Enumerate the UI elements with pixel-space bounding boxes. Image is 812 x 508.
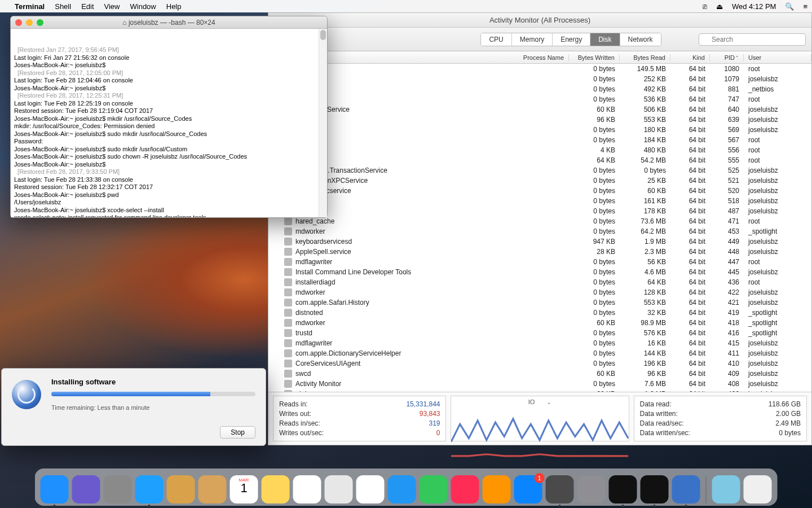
process-icon — [284, 227, 292, 235]
col-kind[interactable]: Kind — [670, 54, 710, 61]
table-row[interactable]: keyboardservicesd 947 KB 1.9 MB 64 bit 4… — [268, 237, 811, 247]
spotlight-icon[interactable]: 🔍 — [785, 2, 794, 11]
dock-trash[interactable] — [744, 475, 772, 503]
table-row[interactable]: mdworker 0 bytes 128 KB 64 bit 422 josel… — [268, 287, 811, 297]
dock-mail[interactable] — [167, 475, 195, 503]
table-row[interactable]: 96 KB 553 KB 64 bit 639 joseluisbz — [268, 115, 811, 125]
dock-sublime[interactable] — [546, 475, 574, 503]
table-row[interactable]: distnoted 0 bytes 32 KB 64 bit 419 _spot… — [268, 308, 811, 318]
tab-cpu[interactable]: CPU — [481, 33, 511, 46]
notification-center-icon[interactable]: ≡ — [803, 2, 807, 11]
process-table[interactable]: Process Name Bytes Written Bytes Read Ki… — [268, 51, 811, 392]
menu-window[interactable]: Window — [130, 2, 156, 11]
cell-bytes-read: 576 KB — [620, 329, 670, 337]
dock-finder[interactable] — [41, 475, 69, 503]
menu-edit[interactable]: Edit — [81, 2, 94, 11]
dock-maps[interactable] — [325, 475, 353, 503]
table-row[interactable]: trustd 0 bytes 576 KB 64 bit 416 _spotli… — [268, 328, 811, 338]
cell-bytes-read: 4.6 MB — [620, 268, 670, 276]
table-row[interactable]: installerdiagd 0 bytes 64 KB 64 bit 436 … — [268, 277, 811, 287]
table-row[interactable]: mdworker 0 bytes 64.2 MB 64 bit 453 _spo… — [268, 226, 811, 237]
dock-terminal[interactable] — [609, 475, 637, 503]
airplay-icon[interactable]: ⎚ — [703, 2, 707, 11]
table-row[interactable]: 0 bytes 252 KB 64 bit 1079 joseluisbz — [268, 74, 811, 84]
dock-messages[interactable] — [388, 475, 416, 503]
process-icon — [284, 278, 292, 286]
table-row[interactable]: swcd 60 KB 96 KB 64 bit 409 joseluisbz — [268, 369, 811, 379]
table-row[interactable]: AppleSpell.service 28 KB 2.3 MB 64 bit 4… — [268, 247, 811, 257]
table-row[interactable]: 0 bytes 161 KB 64 bit 518 joseluisbz — [268, 196, 811, 206]
dock-calendar[interactable]: MAR1 — [230, 475, 258, 503]
table-row[interactable]: Activity Monitor 0 bytes 7.6 MB 64 bit 4… — [268, 379, 811, 389]
terminal-scrollbar[interactable] — [319, 29, 327, 217]
col-user[interactable]: User — [744, 54, 811, 61]
dock-appstore[interactable]: 1 — [514, 475, 542, 503]
table-row[interactable]: CoreServicesUIAgent 0 bytes 196 KB 64 bi… — [268, 358, 811, 369]
process-name: distnoted — [295, 309, 323, 317]
io-graph[interactable]: IO ⌄ — [451, 396, 629, 441]
menu-shell[interactable]: Shell — [55, 2, 71, 11]
dock-siri[interactable] — [72, 475, 100, 503]
dock-launchpad[interactable] — [104, 475, 132, 503]
table-row[interactable]: 0 bytes 178 KB 64 bit 487 joseluisbz — [268, 206, 811, 216]
table-row[interactable]: 0 bytes 492 KB 64 bit 881 _netbios — [268, 84, 811, 94]
tab-memory[interactable]: Memory — [512, 33, 553, 46]
table-row[interactable]: hared_cache 0 bytes 73.6 MB 64 bit 471 r… — [268, 216, 811, 226]
table-header[interactable]: Process Name Bytes Written Bytes Read Ki… — [268, 51, 811, 64]
cell-user: joseluisbz — [744, 116, 811, 124]
dock-contacts[interactable] — [198, 475, 227, 503]
col-bytes-written[interactable]: Bytes Written — [569, 54, 620, 61]
search-input[interactable] — [699, 33, 806, 46]
table-row[interactable]: 0 bytes 536 KB 64 bit 747 root — [268, 94, 811, 104]
clock[interactable]: Wed 4:12 PM — [732, 2, 776, 11]
tab-disk[interactable]: Disk — [590, 33, 620, 46]
close-icon[interactable] — [15, 19, 22, 26]
dock-activity[interactable] — [641, 475, 669, 503]
cell-bytes-written: 0 bytes — [569, 268, 620, 276]
table-row[interactable]: o 4 KB 480 KB 64 bit 556 root — [268, 145, 811, 155]
table-row[interactable]: store.PluginXPCService 0 bytes 25 KB 64 … — [268, 176, 811, 186]
dock-reminders[interactable] — [293, 475, 321, 503]
eject-icon[interactable]: ⏏ — [716, 2, 723, 11]
col-pid[interactable]: PID˅ — [710, 54, 744, 61]
table-row[interactable]: tics 0 bytes 149.5 MB 64 bit 1080 root — [268, 64, 811, 74]
table-row[interactable]: mmerceKit.TransactionService 0 bytes 0 b… — [268, 165, 811, 176]
dock-installer[interactable] — [672, 475, 700, 503]
menu-help[interactable]: Help — [166, 2, 182, 11]
table-row[interactable]: nesLibraryService 60 KB 506 KB 64 bit 64… — [268, 104, 811, 115]
minimize-icon[interactable] — [26, 19, 33, 26]
table-row[interactable]: mdworker 60 KB 98.9 MB 64 bit 418 _spotl… — [268, 318, 811, 328]
col-bytes-read[interactable]: Bytes Read — [620, 54, 670, 61]
app-menu[interactable]: Terminal — [15, 2, 45, 11]
dock-facetime[interactable] — [420, 475, 448, 503]
dock-itunes[interactable] — [451, 475, 479, 503]
dock-syspref[interactable] — [577, 475, 606, 503]
terminal-titlebar[interactable]: ⌂ joseluisbz — -bash — 80×24 — [11, 16, 327, 29]
tab-network[interactable]: Network — [620, 33, 661, 46]
table-row[interactable]: er 0 bytes 184 KB 64 bit 567 root — [268, 135, 811, 145]
table-row[interactable]: mdflagwriter 0 bytes 16 KB 64 bit 415 jo… — [268, 338, 811, 348]
dock-ibooks[interactable] — [483, 475, 511, 503]
table-row[interactable]: Install Command Line Developer Tools 0 b… — [268, 267, 811, 277]
table-row[interactable]: 64 KB 54.2 MB 64 bit 555 root — [268, 155, 811, 165]
process-name: Activity Monitor — [295, 380, 341, 388]
terminal-content[interactable]: [Restored Jan 27, 2017, 9:56:45 PM]Last … — [11, 29, 327, 217]
stop-button[interactable]: Stop — [220, 426, 255, 439]
table-row[interactable]: com.apple.DictionaryServiceHelper 0 byte… — [268, 348, 811, 358]
scrollbar-thumb[interactable] — [320, 30, 326, 40]
graph-menu-icon[interactable]: ⌄ — [546, 398, 551, 405]
dock-notes[interactable] — [262, 475, 290, 503]
cell-bytes-written: 0 bytes — [569, 380, 620, 388]
dock-downloads[interactable] — [712, 475, 740, 503]
dock-photos[interactable] — [356, 475, 385, 503]
table-row[interactable]: ervices-xpcservice 0 bytes 60 KB 64 bit … — [268, 186, 811, 196]
menu-view[interactable]: View — [104, 2, 120, 11]
dock-safari[interactable] — [135, 475, 164, 503]
table-row[interactable]: mdflagwriter 0 bytes 56 KB 64 bit 447 ro… — [268, 257, 811, 267]
tab-energy[interactable]: Energy — [553, 33, 590, 46]
table-row[interactable]: yAlert 0 bytes 180 KB 64 bit 569 joselui… — [268, 125, 811, 135]
table-row[interactable]: com.apple.Safari.History 0 bytes 553 KB … — [268, 297, 811, 308]
cell-bytes-written: 0 bytes — [569, 349, 620, 357]
zoom-icon[interactable] — [37, 19, 43, 26]
cell-user: _netbios — [744, 85, 811, 93]
